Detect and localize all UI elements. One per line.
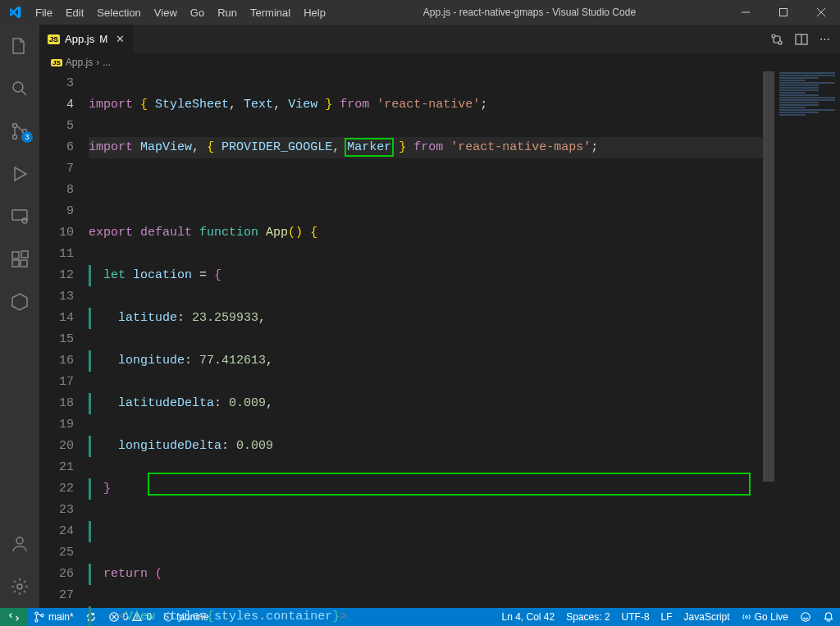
search-icon[interactable] bbox=[0, 72, 39, 105]
close-button[interactable] bbox=[802, 0, 840, 25]
tab-close-button[interactable]: ✕ bbox=[116, 33, 125, 45]
svg-point-18 bbox=[778, 41, 782, 44]
explorer-icon[interactable] bbox=[0, 30, 39, 62]
tab-app-js[interactable]: JS App.js M ✕ bbox=[39, 25, 134, 53]
window-controls bbox=[727, 0, 840, 25]
minimap[interactable] bbox=[774, 71, 840, 608]
menu-terminal[interactable]: Terminal bbox=[244, 0, 297, 25]
menu-edit[interactable]: Edit bbox=[59, 0, 90, 25]
menu-bar: File Edit Selection View Go Run Terminal… bbox=[29, 0, 332, 25]
svg-point-10 bbox=[22, 218, 27, 223]
svg-point-23 bbox=[41, 615, 43, 617]
menu-go[interactable]: Go bbox=[184, 0, 211, 25]
breadcrumb[interactable]: JS App.js › ... bbox=[39, 53, 840, 71]
editor-area: JS App.js M ✕ ⋯ JS App.js › ... 3 4 5 bbox=[39, 25, 840, 608]
line-number-gutter: 3 4 5 6 7 8 9 10 11 12 13 14 15 16 17 18… bbox=[39, 71, 89, 608]
extensions-icon[interactable] bbox=[0, 243, 39, 276]
accounts-icon[interactable] bbox=[0, 528, 39, 560]
svg-point-21 bbox=[35, 612, 38, 615]
remote-explorer-icon[interactable] bbox=[0, 200, 39, 233]
svg-point-4 bbox=[13, 82, 23, 92]
menu-file[interactable]: File bbox=[29, 0, 59, 25]
scm-badge: 3 bbox=[21, 131, 33, 143]
svg-point-22 bbox=[35, 619, 38, 622]
tabnine-icon[interactable] bbox=[0, 286, 39, 318]
svg-rect-14 bbox=[21, 251, 28, 258]
highlight-annotation bbox=[148, 473, 751, 496]
svg-point-15 bbox=[16, 537, 23, 544]
tab-filename: App.js bbox=[65, 33, 94, 45]
menu-selection[interactable]: Selection bbox=[90, 0, 147, 25]
compare-changes-icon[interactable] bbox=[770, 33, 783, 46]
titlebar: File Edit Selection View Go Run Terminal… bbox=[0, 0, 840, 25]
breadcrumb-file: App.js bbox=[66, 57, 93, 68]
source-control-icon[interactable]: 3 bbox=[0, 115, 39, 148]
menu-view[interactable]: View bbox=[148, 0, 184, 25]
svg-point-17 bbox=[772, 34, 775, 38]
activity-bar: 3 bbox=[0, 25, 39, 608]
tabs-row: JS App.js M ✕ ⋯ bbox=[39, 25, 840, 53]
code-container: 3 4 5 6 7 8 9 10 11 12 13 14 15 16 17 18… bbox=[39, 71, 840, 608]
svg-rect-12 bbox=[12, 260, 19, 267]
menu-run[interactable]: Run bbox=[211, 0, 244, 25]
more-actions-icon[interactable]: ⋯ bbox=[819, 33, 830, 45]
git-branch[interactable]: main* bbox=[28, 608, 80, 626]
split-editor-icon[interactable] bbox=[795, 33, 808, 46]
main-area: 3 JS App.js M ✕ ⋯ bbox=[0, 25, 840, 608]
window-title: App.js - react-native-gmaps - Visual Stu… bbox=[332, 7, 727, 18]
breadcrumb-separator: › bbox=[96, 57, 99, 68]
maximize-button[interactable] bbox=[765, 0, 802, 25]
svg-line-5 bbox=[22, 91, 27, 96]
tab-actions: ⋯ bbox=[760, 25, 840, 53]
run-debug-icon[interactable] bbox=[0, 158, 39, 190]
vertical-scrollbar[interactable] bbox=[763, 71, 774, 608]
svg-rect-11 bbox=[12, 252, 19, 258]
svg-rect-1 bbox=[780, 9, 788, 16]
svg-point-16 bbox=[17, 584, 22, 589]
tab-modified-indicator: M bbox=[99, 34, 107, 45]
notifications-icon[interactable] bbox=[817, 608, 840, 626]
minimize-button[interactable] bbox=[727, 0, 765, 25]
vscode-icon bbox=[0, 6, 29, 19]
svg-point-6 bbox=[13, 124, 17, 128]
breadcrumb-rest: ... bbox=[103, 57, 111, 68]
js-file-icon: JS bbox=[48, 34, 60, 44]
remote-indicator[interactable] bbox=[0, 608, 28, 626]
feedback-icon[interactable] bbox=[794, 608, 817, 626]
settings-gear-icon[interactable] bbox=[0, 570, 39, 603]
code-editor[interactable]: import { StyleSheet, Text, View } from '… bbox=[89, 71, 774, 608]
svg-point-29 bbox=[801, 613, 810, 622]
js-file-icon: JS bbox=[51, 59, 62, 66]
svg-point-7 bbox=[13, 135, 17, 139]
menu-help[interactable]: Help bbox=[297, 0, 332, 25]
svg-rect-13 bbox=[21, 260, 27, 267]
